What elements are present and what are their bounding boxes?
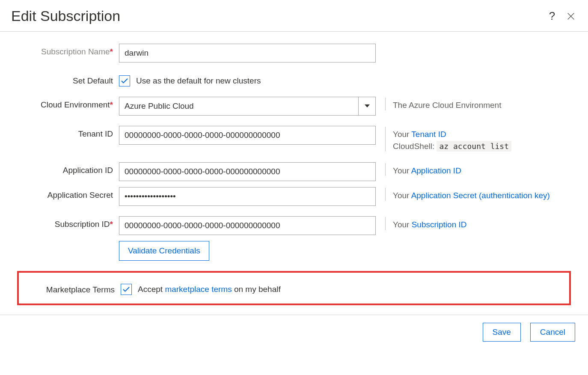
subscription-name-label: Subscription Name*: [17, 44, 119, 57]
set-default-label: Set Default: [17, 73, 119, 86]
subscription-id-help: Your Subscription ID: [376, 216, 571, 231]
dialog-title: Edit Subscription: [11, 8, 539, 24]
app-secret-link[interactable]: Application Secret (authentication key): [411, 191, 550, 200]
cloud-env-label: Cloud Environment*: [17, 97, 119, 110]
marketplace-terms-link[interactable]: marketplace terms: [165, 285, 232, 294]
app-id-label: Application ID: [17, 162, 119, 175]
tenant-id-help: Your Tenant ID CloudShell: az account li…: [376, 126, 571, 152]
subscription-id-link[interactable]: Subscription ID: [412, 220, 467, 229]
tenant-id-input[interactable]: [119, 126, 376, 145]
app-id-input[interactable]: [119, 162, 376, 181]
save-button[interactable]: Save: [483, 323, 521, 342]
dialog-footer: Save Cancel: [0, 315, 588, 349]
cloud-env-select[interactable]: Azure Public Cloud: [119, 97, 376, 116]
help-icon[interactable]: ?: [546, 10, 558, 22]
tenant-id-label: Tenant ID: [17, 126, 119, 139]
tenant-id-code: az account list: [437, 141, 511, 152]
subscription-id-input[interactable]: [119, 216, 376, 235]
dialog-header: Edit Subscription ?: [0, 0, 588, 32]
cloud-env-value: Azure Public Cloud: [125, 101, 358, 111]
app-id-help: Your Application ID: [376, 162, 571, 177]
marketplace-terms-highlight: Marketplace Terms Accept marketplace ter…: [17, 271, 571, 305]
app-id-link[interactable]: Application ID: [411, 166, 461, 175]
marketplace-terms-checkbox[interactable]: [121, 284, 132, 295]
set-default-checkbox[interactable]: [119, 75, 130, 86]
chevron-down-icon[interactable]: [358, 97, 375, 115]
set-default-text: Use as the default for new clusters: [136, 76, 261, 86]
close-icon[interactable]: [565, 10, 577, 22]
tenant-id-link[interactable]: Tenant ID: [411, 130, 446, 139]
app-secret-label: Application Secret: [17, 187, 119, 200]
marketplace-terms-label: Marketplace Terms: [19, 282, 121, 295]
app-secret-help: Your Application Secret (authentication …: [376, 187, 571, 202]
cancel-button[interactable]: Cancel: [530, 323, 575, 342]
subscription-id-label: Subscription ID*: [17, 216, 119, 229]
subscription-name-input[interactable]: [119, 44, 376, 62]
validate-credentials-button[interactable]: Validate Credentials: [119, 241, 209, 261]
app-secret-input[interactable]: [119, 187, 376, 206]
marketplace-terms-text: Accept marketplace terms on my behalf: [138, 285, 281, 294]
cloud-env-help: The Azure Cloud Environment: [376, 97, 571, 111]
subscription-form: Subscription Name* Set Default Use as th…: [0, 32, 588, 309]
